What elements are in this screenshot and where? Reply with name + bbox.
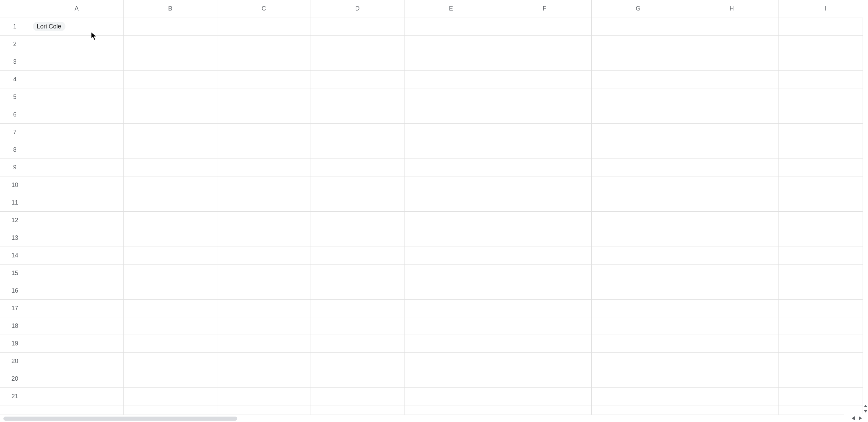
cell-E7[interactable]	[404, 123, 498, 141]
row-header-4[interactable]: 4	[0, 70, 30, 88]
cell-B9[interactable]	[123, 159, 217, 176]
vertical-scrollbar[interactable]	[863, 18, 868, 414]
cell-G6[interactable]	[591, 106, 685, 123]
cell-E18[interactable]	[404, 317, 498, 335]
sheet-prev-button[interactable]	[852, 416, 855, 420]
cell-A19[interactable]	[30, 335, 123, 352]
cell-E20[interactable]	[404, 370, 498, 387]
cell-D5[interactable]	[311, 88, 404, 106]
cell-A5[interactable]	[30, 88, 123, 106]
cell-D13[interactable]	[311, 229, 404, 247]
cell-B5[interactable]	[123, 88, 217, 106]
cell-H18[interactable]	[685, 317, 778, 335]
cell-C19[interactable]	[217, 335, 311, 352]
cell-D7[interactable]	[311, 123, 404, 141]
cell-B16[interactable]	[123, 282, 217, 299]
cell-H15[interactable]	[685, 264, 778, 282]
cell-I17[interactable]	[778, 299, 868, 317]
cell-G20[interactable]	[591, 370, 685, 387]
cell-G15[interactable]	[591, 264, 685, 282]
cell-C7[interactable]	[217, 123, 311, 141]
cell-H11[interactable]	[685, 194, 778, 211]
cell-G13[interactable]	[591, 229, 685, 247]
cell-H5[interactable]	[685, 88, 778, 106]
cell-B20[interactable]	[123, 352, 217, 370]
cell-G7[interactable]	[591, 123, 685, 141]
cell-H4[interactable]	[685, 70, 778, 88]
cell-B8[interactable]	[123, 141, 217, 159]
column-header-C[interactable]: C	[217, 0, 311, 18]
cell-H20[interactable]	[685, 370, 778, 387]
cell-I12[interactable]	[778, 211, 868, 229]
cell-B14[interactable]	[123, 247, 217, 264]
cell-I5[interactable]	[778, 88, 868, 106]
cell-B21[interactable]	[123, 387, 217, 405]
row-header-14[interactable]: 14	[0, 247, 30, 264]
cell-A8[interactable]	[30, 141, 123, 159]
select-all-corner[interactable]	[0, 0, 30, 18]
cell-E13[interactable]	[404, 229, 498, 247]
cell-A2[interactable]	[30, 35, 123, 53]
cell-C5[interactable]	[217, 88, 311, 106]
cell-G4[interactable]	[591, 70, 685, 88]
row-header-10[interactable]: 10	[0, 176, 30, 194]
cell-A3[interactable]	[30, 53, 123, 70]
cell-A16[interactable]	[30, 282, 123, 299]
cell-F10[interactable]	[498, 176, 591, 194]
cell-B10[interactable]	[123, 176, 217, 194]
cell-I9[interactable]	[778, 159, 868, 176]
cell-F2[interactable]	[498, 35, 591, 53]
cell-B6[interactable]	[123, 106, 217, 123]
cell-D10[interactable]	[311, 176, 404, 194]
cell-C16[interactable]	[217, 282, 311, 299]
column-header-I[interactable]: I	[778, 0, 868, 18]
row-header-7[interactable]: 7	[0, 123, 30, 141]
cell-G14[interactable]	[591, 247, 685, 264]
cell-H16[interactable]	[685, 282, 778, 299]
column-header-G[interactable]: G	[591, 0, 685, 18]
cell-F13[interactable]	[498, 229, 591, 247]
cell-G16[interactable]	[591, 282, 685, 299]
cell-D18[interactable]	[311, 317, 404, 335]
cell-C10[interactable]	[217, 176, 311, 194]
cell-H19[interactable]	[685, 335, 778, 352]
cell-C12[interactable]	[217, 211, 311, 229]
scroll-down-button[interactable]	[863, 408, 868, 414]
cell-F3[interactable]	[498, 53, 591, 70]
cell-G8[interactable]	[591, 141, 685, 159]
cell-D2[interactable]	[311, 35, 404, 53]
cell-E15[interactable]	[404, 264, 498, 282]
row-header-21[interactable]: 21	[0, 387, 30, 405]
cell-I18[interactable]	[778, 317, 868, 335]
cell-I16[interactable]	[778, 282, 868, 299]
cell-H2[interactable]	[685, 35, 778, 53]
cell-D12[interactable]	[311, 211, 404, 229]
sheet-next-button[interactable]	[859, 416, 862, 420]
cell-D16[interactable]	[311, 282, 404, 299]
cell-F14[interactable]	[498, 247, 591, 264]
cell-A14[interactable]	[30, 247, 123, 264]
cell-G19[interactable]	[591, 335, 685, 352]
cell-H9[interactable]	[685, 159, 778, 176]
cell-C15[interactable]	[217, 264, 311, 282]
cell-F6[interactable]	[498, 106, 591, 123]
row-header-15[interactable]: 15	[0, 264, 30, 282]
cell-E10[interactable]	[404, 176, 498, 194]
cell-E3[interactable]	[404, 53, 498, 70]
cell-C1[interactable]	[217, 18, 311, 35]
cell-E16[interactable]	[404, 282, 498, 299]
cell-C20[interactable]	[217, 352, 311, 370]
cell-H6[interactable]	[685, 106, 778, 123]
cell-I8[interactable]	[778, 141, 868, 159]
cell-C4[interactable]	[217, 70, 311, 88]
cell-F17[interactable]	[498, 299, 591, 317]
cell-G9[interactable]	[591, 159, 685, 176]
cell-H10[interactable]	[685, 176, 778, 194]
cell-A10[interactable]	[30, 176, 123, 194]
cell-I2[interactable]	[778, 35, 868, 53]
cell-E19[interactable]	[404, 335, 498, 352]
column-header-A[interactable]: A	[30, 0, 123, 18]
cell-C6[interactable]	[217, 106, 311, 123]
cell-A15[interactable]	[30, 264, 123, 282]
cell-E1[interactable]	[404, 18, 498, 35]
